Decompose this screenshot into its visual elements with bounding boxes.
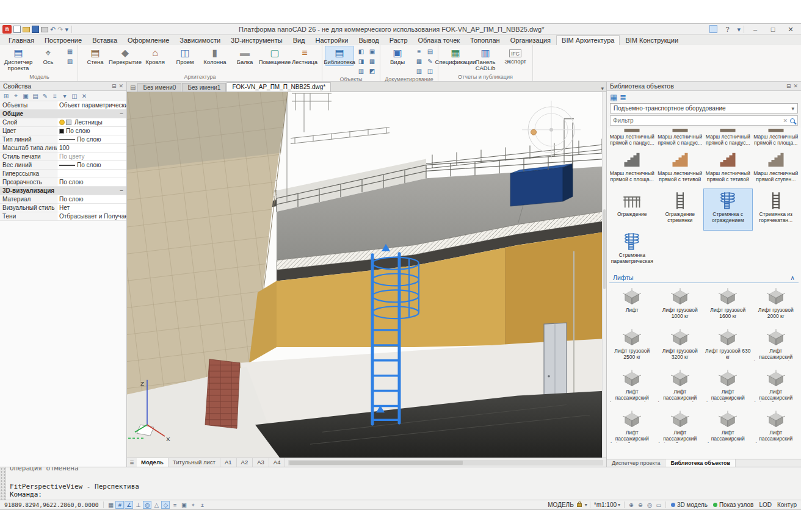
property-row[interactable]: Тип линий По слою [0, 135, 126, 144]
plot-icon[interactable] [41, 27, 48, 32]
ribbon-tab[interactable]: Зависимости [175, 36, 225, 45]
properties-toolbar-icon[interactable]: ▣ [21, 93, 30, 99]
library-item[interactable]: Лифт пассажирский (офис, банк, гост... [704, 367, 752, 408]
ribbon-button[interactable]: ▣ Виды [383, 46, 412, 66]
library-item[interactable]: Лифт грузовой 1600 кг [704, 285, 752, 326]
snap-toggle-icon[interactable]: ≡ [170, 501, 179, 509]
horizontal-scrollbar[interactable] [288, 460, 603, 466]
view-tool-icon[interactable]: ◎ [645, 501, 654, 509]
3d-scene[interactable]: Z X [127, 92, 606, 458]
panel-tab[interactable]: Библиотека объектов [665, 459, 736, 467]
properties-toolbar-icon[interactable]: ✕ [80, 93, 89, 99]
library-item[interactable]: Лифт пассажирский (жилое здание) 6... [656, 367, 705, 408]
library-item[interactable]: Марш лестничный прямой с тетивой [704, 148, 752, 189]
ribbon-tab[interactable]: Оформление [123, 36, 174, 45]
ribbon-tab[interactable]: BIM Архитектура [556, 35, 620, 45]
ribbon-button[interactable]: ◫ Проем [170, 46, 200, 66]
library-item[interactable]: Лифт пассажирский (офис, банк, гост... [752, 367, 800, 408]
ribbon-tab[interactable]: Вставка [87, 36, 122, 45]
library-item[interactable]: Лифт грузовой 1000 кг [656, 285, 705, 326]
library-item[interactable]: Лифт пассажирский (транспортиров... [704, 408, 752, 448]
ribbon-tab[interactable]: Топоплан [465, 36, 505, 45]
ribbon-button[interactable]: ▬ Балка [230, 46, 259, 66]
ribbon-tool-icon[interactable]: ▥ [414, 67, 424, 76]
ribbon-tool-icon[interactable]: ◨ [356, 57, 366, 66]
property-row[interactable]: Гиперссылка [0, 170, 126, 178]
maximize-button[interactable]: □ [765, 24, 781, 34]
viewport-scrollbar[interactable] [602, 92, 606, 458]
scale-selector[interactable]: *m1:100 ▾ [593, 501, 622, 508]
ribbon-button[interactable]: ≡ Лестница [290, 46, 319, 66]
library-item[interactable]: Стремянка параметрическая [608, 230, 656, 271]
properties-toolbar-icon[interactable]: ▤ [31, 93, 40, 99]
command-text-area[interactable]: Операция отменена FitPerspectiveView - П… [6, 467, 801, 500]
collapse-icon[interactable] [120, 110, 126, 118]
library-item[interactable]: Марш лестничный прямой ступен... [752, 148, 800, 189]
library-item[interactable]: Лифт грузовой 630 кг [704, 326, 752, 367]
ribbon-button[interactable]: ⌂ Кровля [140, 46, 170, 66]
property-row[interactable]: Вес линий По слою [0, 161, 126, 170]
library-item[interactable]: Лифт грузовой 2500 кг [608, 326, 656, 367]
help-button[interactable]: ? [719, 24, 735, 34]
open-file-icon[interactable] [23, 27, 30, 32]
document-tab[interactable]: FOK-VN_АР_ПМ_П_NBB25.dwg* [227, 82, 331, 92]
ribbon-tool-icon[interactable]: ▣ [367, 48, 377, 57]
properties-toolbar-icon[interactable]: ◫ [70, 93, 79, 99]
library-item[interactable]: Лифт грузовой 2000 кг [752, 285, 800, 326]
library-item[interactable]: Стремянка из горячекатан... [752, 189, 800, 230]
property-row[interactable]: Масштаб типа линий 100 [0, 144, 126, 153]
document-tab[interactable]: Без имени0 [137, 83, 181, 92]
property-row[interactable]: Общие [0, 110, 126, 118]
update-icon[interactable] [709, 25, 717, 33]
document-tab[interactable]: Без имени1 [182, 83, 226, 92]
view-tool-icon[interactable]: ⊖ [636, 501, 645, 509]
new-file-icon[interactable] [13, 26, 21, 33]
library-item[interactable]: Марш лестничный прямой с пандус... [608, 128, 656, 148]
library-item[interactable]: Ограждение стремянки [656, 189, 705, 230]
library-item[interactable]: Марш лестничный прямой с пандус... [656, 128, 705, 148]
ribbon-tool-icon[interactable]: ▥ [356, 67, 366, 76]
layout-tab[interactable]: А2 [237, 458, 253, 467]
library-filter-input[interactable] [613, 117, 780, 124]
save-icon[interactable] [32, 26, 39, 33]
close-icon[interactable]: ✕ [118, 83, 123, 89]
view-tool-icon[interactable]: ⊕ [627, 501, 636, 509]
ribbon-tab[interactable]: Вид [288, 36, 310, 45]
ribbon-tool-icon[interactable]: ✎ [425, 57, 435, 66]
collapse-section-icon[interactable]: ∧ [790, 274, 795, 281]
ribbon-tab[interactable]: Настройки [311, 36, 353, 45]
properties-toolbar-icon[interactable]: ⊞ [2, 93, 10, 99]
property-row[interactable]: 3D-визуализация [0, 187, 126, 195]
property-row[interactable]: Прозрачность По слою [0, 178, 126, 187]
pin-icon[interactable]: ⊟ [786, 83, 791, 89]
coordinates-readout[interactable]: 91889.8294,9622.2860,0.0000 [2, 501, 101, 508]
ribbon-tab[interactable]: Вывод [353, 36, 383, 45]
library-item[interactable]: Лифт грузовой 3200 кг [656, 326, 705, 367]
ribbon-tab[interactable]: Растр [385, 36, 413, 45]
library-item[interactable]: Марш лестничный прямой с площа... [752, 128, 800, 148]
ribbon-button[interactable]: IFC Экспорт [501, 46, 530, 72]
close-icon[interactable]: ✕ [793, 83, 798, 89]
snap-toggle-icon[interactable]: ⌖ [189, 501, 197, 509]
properties-toolbar-icon[interactable]: ▾ [60, 93, 69, 99]
snap-toggle-icon[interactable]: ∠ [125, 501, 133, 509]
ribbon-button[interactable]: ▤ Диспетчер проекта [4, 46, 33, 72]
close-button[interactable]: ✕ [783, 24, 799, 34]
properties-toolbar-icon[interactable]: ≡ [51, 93, 59, 99]
ribbon-tool-icon[interactable]: ▦ [65, 48, 75, 57]
document-sheet-icon[interactable]: ▤ [130, 84, 136, 91]
help-caret-icon[interactable]: ▾ [737, 26, 741, 33]
ribbon-tab[interactable]: BIM Конструкции [620, 36, 683, 45]
undo-icon[interactable]: ↶ [50, 26, 56, 33]
property-row[interactable]: Слой Лестницы [0, 118, 126, 127]
snap-toggle-icon[interactable]: ⊥ [134, 501, 142, 509]
grid-view-icon[interactable]: ▦ [610, 93, 617, 102]
ribbon-button[interactable]: ⌖ Ось [34, 46, 63, 72]
viewport-canvas[interactable]: Z X [127, 92, 606, 458]
property-row[interactable]: Тени Отбрасывает и Получает [0, 212, 126, 221]
ribbon-tab[interactable]: Облака точек [413, 36, 465, 45]
search-icon[interactable] [790, 118, 795, 123]
property-row[interactable]: Цвет По слою [0, 127, 126, 135]
pin-icon[interactable]: ⊟ [112, 83, 117, 89]
snap-toggle-icon[interactable]: # [115, 501, 124, 509]
